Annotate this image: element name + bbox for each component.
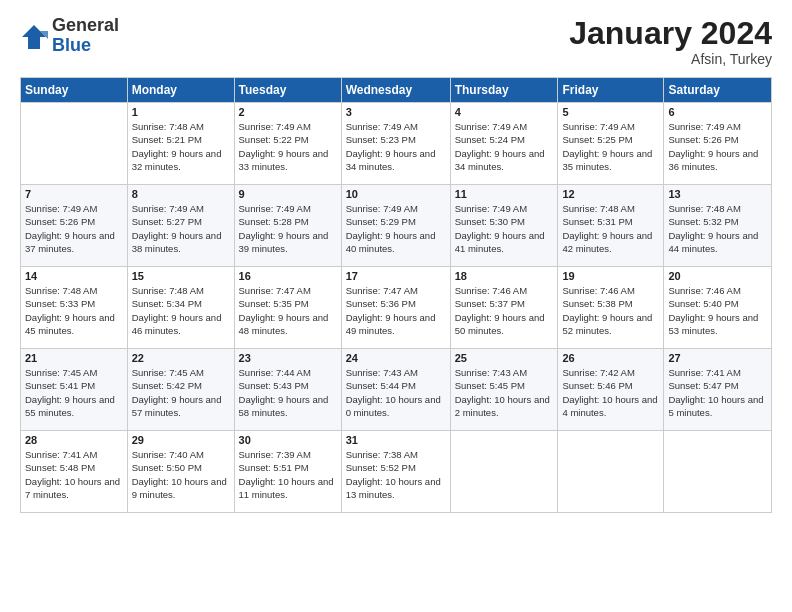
calendar-week-1: 1Sunrise: 7:48 AMSunset: 5:21 PMDaylight… — [21, 103, 772, 185]
day-info: Sunrise: 7:42 AMSunset: 5:46 PMDaylight:… — [562, 366, 659, 419]
day-info: Sunrise: 7:48 AMSunset: 5:31 PMDaylight:… — [562, 202, 659, 255]
day-info: Sunrise: 7:49 AMSunset: 5:26 PMDaylight:… — [25, 202, 123, 255]
day-info: Sunrise: 7:49 AMSunset: 5:26 PMDaylight:… — [668, 120, 767, 173]
day-number: 29 — [132, 434, 230, 446]
calendar-table: Sunday Monday Tuesday Wednesday Thursday… — [20, 77, 772, 513]
table-row: 11Sunrise: 7:49 AMSunset: 5:30 PMDayligh… — [450, 185, 558, 267]
day-number: 22 — [132, 352, 230, 364]
day-number: 17 — [346, 270, 446, 282]
day-number: 11 — [455, 188, 554, 200]
header-saturday: Saturday — [664, 78, 772, 103]
day-number: 7 — [25, 188, 123, 200]
day-info: Sunrise: 7:49 AMSunset: 5:25 PMDaylight:… — [562, 120, 659, 173]
day-number: 3 — [346, 106, 446, 118]
day-number: 5 — [562, 106, 659, 118]
table-row: 3Sunrise: 7:49 AMSunset: 5:23 PMDaylight… — [341, 103, 450, 185]
table-row: 7Sunrise: 7:49 AMSunset: 5:26 PMDaylight… — [21, 185, 128, 267]
location-subtitle: Afsin, Turkey — [569, 51, 772, 67]
day-info: Sunrise: 7:43 AMSunset: 5:45 PMDaylight:… — [455, 366, 554, 419]
calendar-week-2: 7Sunrise: 7:49 AMSunset: 5:26 PMDaylight… — [21, 185, 772, 267]
logo-blue-text: Blue — [52, 36, 119, 56]
day-info: Sunrise: 7:49 AMSunset: 5:22 PMDaylight:… — [239, 120, 337, 173]
header-wednesday: Wednesday — [341, 78, 450, 103]
day-number: 4 — [455, 106, 554, 118]
table-row: 19Sunrise: 7:46 AMSunset: 5:38 PMDayligh… — [558, 267, 664, 349]
table-row: 17Sunrise: 7:47 AMSunset: 5:36 PMDayligh… — [341, 267, 450, 349]
table-row: 30Sunrise: 7:39 AMSunset: 5:51 PMDayligh… — [234, 431, 341, 513]
calendar-week-3: 14Sunrise: 7:48 AMSunset: 5:33 PMDayligh… — [21, 267, 772, 349]
table-row: 26Sunrise: 7:42 AMSunset: 5:46 PMDayligh… — [558, 349, 664, 431]
table-row: 5Sunrise: 7:49 AMSunset: 5:25 PMDaylight… — [558, 103, 664, 185]
table-row: 20Sunrise: 7:46 AMSunset: 5:40 PMDayligh… — [664, 267, 772, 349]
day-number: 27 — [668, 352, 767, 364]
header-monday: Monday — [127, 78, 234, 103]
day-info: Sunrise: 7:40 AMSunset: 5:50 PMDaylight:… — [132, 448, 230, 501]
table-row: 6Sunrise: 7:49 AMSunset: 5:26 PMDaylight… — [664, 103, 772, 185]
day-info: Sunrise: 7:46 AMSunset: 5:38 PMDaylight:… — [562, 284, 659, 337]
day-info: Sunrise: 7:48 AMSunset: 5:21 PMDaylight:… — [132, 120, 230, 173]
day-info: Sunrise: 7:49 AMSunset: 5:29 PMDaylight:… — [346, 202, 446, 255]
day-number: 6 — [668, 106, 767, 118]
table-row: 10Sunrise: 7:49 AMSunset: 5:29 PMDayligh… — [341, 185, 450, 267]
table-row: 15Sunrise: 7:48 AMSunset: 5:34 PMDayligh… — [127, 267, 234, 349]
table-row — [450, 431, 558, 513]
day-number: 1 — [132, 106, 230, 118]
page: General Blue January 2024 Afsin, Turkey … — [0, 0, 792, 523]
svg-marker-0 — [22, 25, 46, 49]
day-number: 16 — [239, 270, 337, 282]
table-row: 16Sunrise: 7:47 AMSunset: 5:35 PMDayligh… — [234, 267, 341, 349]
day-info: Sunrise: 7:46 AMSunset: 5:40 PMDaylight:… — [668, 284, 767, 337]
day-info: Sunrise: 7:45 AMSunset: 5:42 PMDaylight:… — [132, 366, 230, 419]
table-row: 28Sunrise: 7:41 AMSunset: 5:48 PMDayligh… — [21, 431, 128, 513]
day-info: Sunrise: 7:47 AMSunset: 5:36 PMDaylight:… — [346, 284, 446, 337]
day-info: Sunrise: 7:38 AMSunset: 5:52 PMDaylight:… — [346, 448, 446, 501]
table-row: 14Sunrise: 7:48 AMSunset: 5:33 PMDayligh… — [21, 267, 128, 349]
day-number: 9 — [239, 188, 337, 200]
day-info: Sunrise: 7:41 AMSunset: 5:47 PMDaylight:… — [668, 366, 767, 419]
table-row: 25Sunrise: 7:43 AMSunset: 5:45 PMDayligh… — [450, 349, 558, 431]
table-row: 8Sunrise: 7:49 AMSunset: 5:27 PMDaylight… — [127, 185, 234, 267]
day-number: 21 — [25, 352, 123, 364]
day-info: Sunrise: 7:49 AMSunset: 5:28 PMDaylight:… — [239, 202, 337, 255]
day-info: Sunrise: 7:46 AMSunset: 5:37 PMDaylight:… — [455, 284, 554, 337]
day-info: Sunrise: 7:48 AMSunset: 5:34 PMDaylight:… — [132, 284, 230, 337]
day-info: Sunrise: 7:39 AMSunset: 5:51 PMDaylight:… — [239, 448, 337, 501]
table-row: 12Sunrise: 7:48 AMSunset: 5:31 PMDayligh… — [558, 185, 664, 267]
day-number: 8 — [132, 188, 230, 200]
day-info: Sunrise: 7:47 AMSunset: 5:35 PMDaylight:… — [239, 284, 337, 337]
table-row — [664, 431, 772, 513]
day-info: Sunrise: 7:49 AMSunset: 5:24 PMDaylight:… — [455, 120, 554, 173]
logo-general-text: General — [52, 16, 119, 36]
header-sunday: Sunday — [21, 78, 128, 103]
day-info: Sunrise: 7:48 AMSunset: 5:33 PMDaylight:… — [25, 284, 123, 337]
day-number: 14 — [25, 270, 123, 282]
table-row: 27Sunrise: 7:41 AMSunset: 5:47 PMDayligh… — [664, 349, 772, 431]
day-number: 23 — [239, 352, 337, 364]
header: General Blue January 2024 Afsin, Turkey — [20, 16, 772, 67]
table-row: 29Sunrise: 7:40 AMSunset: 5:50 PMDayligh… — [127, 431, 234, 513]
day-info: Sunrise: 7:43 AMSunset: 5:44 PMDaylight:… — [346, 366, 446, 419]
day-number: 18 — [455, 270, 554, 282]
table-row: 9Sunrise: 7:49 AMSunset: 5:28 PMDaylight… — [234, 185, 341, 267]
day-info: Sunrise: 7:48 AMSunset: 5:32 PMDaylight:… — [668, 202, 767, 255]
table-row: 24Sunrise: 7:43 AMSunset: 5:44 PMDayligh… — [341, 349, 450, 431]
header-friday: Friday — [558, 78, 664, 103]
table-row — [558, 431, 664, 513]
day-number: 31 — [346, 434, 446, 446]
day-info: Sunrise: 7:44 AMSunset: 5:43 PMDaylight:… — [239, 366, 337, 419]
calendar-week-5: 28Sunrise: 7:41 AMSunset: 5:48 PMDayligh… — [21, 431, 772, 513]
table-row: 2Sunrise: 7:49 AMSunset: 5:22 PMDaylight… — [234, 103, 341, 185]
day-number: 30 — [239, 434, 337, 446]
table-row — [21, 103, 128, 185]
day-info: Sunrise: 7:49 AMSunset: 5:23 PMDaylight:… — [346, 120, 446, 173]
table-row: 21Sunrise: 7:45 AMSunset: 5:41 PMDayligh… — [21, 349, 128, 431]
title-area: January 2024 Afsin, Turkey — [569, 16, 772, 67]
day-number: 2 — [239, 106, 337, 118]
table-row: 22Sunrise: 7:45 AMSunset: 5:42 PMDayligh… — [127, 349, 234, 431]
logo: General Blue — [20, 16, 119, 56]
day-number: 13 — [668, 188, 767, 200]
header-tuesday: Tuesday — [234, 78, 341, 103]
table-row: 13Sunrise: 7:48 AMSunset: 5:32 PMDayligh… — [664, 185, 772, 267]
day-number: 26 — [562, 352, 659, 364]
day-info: Sunrise: 7:49 AMSunset: 5:27 PMDaylight:… — [132, 202, 230, 255]
